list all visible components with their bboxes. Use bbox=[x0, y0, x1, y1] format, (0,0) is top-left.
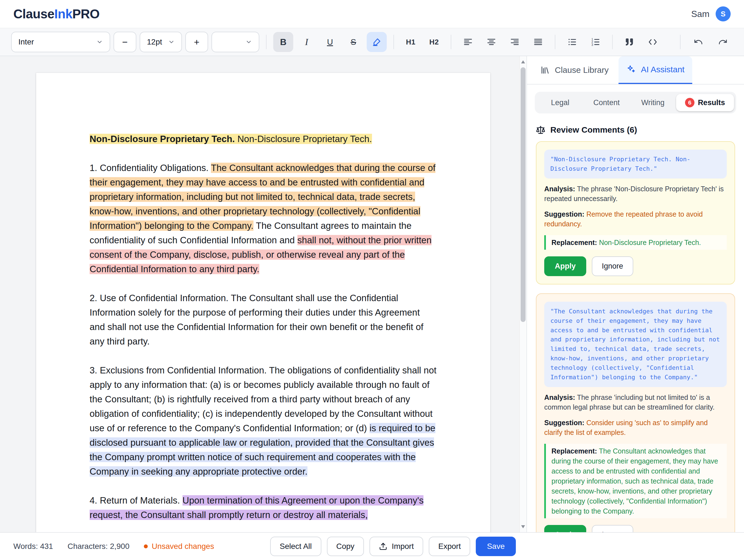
bullet-list-button[interactable] bbox=[562, 32, 582, 52]
toolbar-divider bbox=[680, 35, 680, 49]
document-title[interactable]: Non-Disclosure Proprietary Tech. Non-Dis… bbox=[89, 132, 437, 146]
p1-lead: 1. Confidentiality Obligations. bbox=[89, 163, 211, 173]
editor-scrollbar[interactable] bbox=[519, 56, 526, 532]
app-header: ClauseInkPRO Sam S bbox=[0, 0, 744, 28]
app-logo: ClauseInkPRO bbox=[13, 6, 100, 22]
font-family-select[interactable]: Inter bbox=[11, 32, 110, 52]
toolbar-divider bbox=[451, 35, 451, 49]
increase-font-button[interactable]: + bbox=[185, 32, 208, 52]
code-button[interactable] bbox=[643, 32, 663, 52]
align-center-button[interactable] bbox=[481, 32, 501, 52]
import-button[interactable]: Import bbox=[370, 537, 423, 556]
redo-button[interactable] bbox=[713, 32, 733, 52]
save-button[interactable]: Save bbox=[476, 537, 516, 556]
highlighter-icon bbox=[372, 37, 381, 47]
title-highlight-bold: Non-Disclosure Proprietary Tech. bbox=[89, 134, 237, 144]
chevron-down-icon bbox=[168, 39, 175, 45]
highlighter-button[interactable] bbox=[367, 32, 387, 52]
align-justify-icon bbox=[533, 37, 543, 47]
paragraph-2[interactable]: 2. Use of Confidential Information. The … bbox=[89, 291, 437, 349]
tab-clause-library[interactable]: Clause Library bbox=[532, 56, 616, 84]
paragraph-1[interactable]: 1. Confidentiality Obligations. The Cons… bbox=[89, 161, 437, 276]
redo-icon bbox=[718, 37, 728, 47]
replacement-text: The Consultant acknowledges that during … bbox=[552, 447, 718, 515]
analysis-label: Analysis: bbox=[544, 394, 575, 401]
suggestion-label: Suggestion: bbox=[544, 210, 584, 218]
paragraph-3[interactable]: 3. Exclusions from Confidential Informat… bbox=[89, 363, 437, 479]
tab-legal[interactable]: Legal bbox=[537, 94, 584, 111]
user-name: Sam bbox=[691, 9, 709, 19]
align-right-button[interactable] bbox=[505, 32, 525, 52]
quoted-text: "Non-Disclosure Proprietary Tech. Non-Di… bbox=[544, 150, 727, 178]
heading1-button[interactable]: H1 bbox=[401, 32, 421, 52]
workspace: Non-Disclosure Proprietary Tech. Non-Dis… bbox=[0, 56, 744, 532]
panel-tabs: Clause Library AI Assistant bbox=[527, 56, 744, 84]
results-count-badge: 6 bbox=[685, 98, 695, 107]
scrollbar-thumb[interactable] bbox=[521, 67, 526, 322]
replacement-label: Replacement: bbox=[552, 447, 597, 455]
tab-writing[interactable]: Writing bbox=[630, 94, 676, 111]
avatar-initial: S bbox=[721, 10, 726, 18]
character-count: Characters: 2,900 bbox=[68, 542, 129, 551]
import-label: Import bbox=[392, 542, 414, 551]
quote-icon bbox=[625, 37, 634, 47]
card-actions: Apply Ignore bbox=[544, 525, 727, 532]
suggestion-line: Suggestion: Remove the repeated phrase t… bbox=[544, 209, 727, 229]
align-left-icon bbox=[463, 37, 473, 47]
avatar[interactable]: S bbox=[716, 6, 731, 22]
tab-content[interactable]: Content bbox=[584, 94, 630, 111]
dot-icon bbox=[144, 545, 148, 548]
scroll-down-arrow-icon[interactable] bbox=[520, 522, 526, 531]
tab-results[interactable]: 6 Results bbox=[676, 94, 734, 111]
tab-clause-library-label: Clause Library bbox=[555, 65, 608, 75]
bold-button[interactable]: B bbox=[273, 32, 293, 52]
heading2-button[interactable]: H2 bbox=[424, 32, 444, 52]
unsaved-changes-label: Unsaved changes bbox=[152, 542, 214, 551]
chevron-down-icon bbox=[96, 39, 103, 45]
numbered-list-icon: 123 bbox=[591, 37, 600, 47]
document-page[interactable]: Non-Disclosure Proprietary Tech. Non-Dis… bbox=[36, 73, 490, 532]
export-button[interactable]: Export bbox=[429, 537, 470, 556]
ignore-button[interactable]: Ignore bbox=[592, 256, 633, 276]
align-justify-button[interactable] bbox=[528, 32, 548, 52]
review-comment-card: "The Consultant acknowledges that during… bbox=[536, 293, 735, 532]
undo-button[interactable] bbox=[689, 32, 708, 52]
underline-button[interactable]: U bbox=[320, 32, 340, 52]
unsaved-changes-indicator: Unsaved changes bbox=[144, 542, 214, 551]
strikethrough-button[interactable]: S bbox=[343, 32, 363, 52]
paragraph-4[interactable]: 4. Return of Materials. Upon termination… bbox=[89, 493, 437, 522]
svg-text:3: 3 bbox=[592, 43, 593, 46]
font-size-select[interactable]: 12pt bbox=[140, 32, 182, 52]
title-highlight-repeat: Non-Disclosure Proprietary Tech. bbox=[237, 134, 372, 144]
library-icon bbox=[540, 65, 550, 75]
blockquote-button[interactable] bbox=[619, 32, 639, 52]
tab-results-label: Results bbox=[698, 98, 725, 107]
decrease-font-button[interactable]: − bbox=[114, 32, 136, 52]
align-left-button[interactable] bbox=[458, 32, 478, 52]
numbered-list-button[interactable]: 123 bbox=[585, 32, 605, 52]
text-style-select[interactable] bbox=[212, 32, 259, 52]
suggestion-label: Suggestion: bbox=[544, 419, 584, 427]
chevron-down-icon bbox=[246, 39, 252, 45]
copy-button[interactable]: Copy bbox=[327, 537, 364, 556]
suggestion-line: Suggestion: Consider using 'such as' to … bbox=[544, 418, 727, 438]
tab-ai-assistant[interactable]: AI Assistant bbox=[619, 56, 692, 84]
review-comments-list: "Non-Disclosure Proprietary Tech. Non-Di… bbox=[527, 141, 744, 532]
word-count: Words: 431 bbox=[13, 542, 53, 551]
assistant-category-tabs: Legal Content Writing 6 Results bbox=[535, 92, 736, 114]
upload-icon bbox=[379, 542, 387, 551]
toolbar-divider bbox=[555, 35, 555, 49]
ignore-button[interactable]: Ignore bbox=[592, 525, 633, 532]
sparkles-icon bbox=[626, 65, 636, 74]
scroll-up-arrow-icon[interactable] bbox=[520, 57, 526, 66]
select-all-button[interactable]: Select All bbox=[270, 537, 321, 556]
apply-button[interactable]: Apply bbox=[544, 525, 586, 532]
apply-button[interactable]: Apply bbox=[544, 256, 586, 276]
replacement-block: Replacement: The Consultant acknowledges… bbox=[544, 444, 727, 518]
italic-button[interactable]: I bbox=[297, 32, 317, 52]
card-actions: Apply Ignore bbox=[544, 256, 727, 276]
replacement-block: Replacement: Non-Disclosure Proprietary … bbox=[544, 235, 727, 250]
toolbar-divider bbox=[612, 35, 613, 49]
status-bar: Words: 431 Characters: 2,900 Unsaved cha… bbox=[0, 532, 744, 560]
analysis-line: Analysis: The phrase 'Non-Disclosure Pro… bbox=[544, 184, 727, 204]
